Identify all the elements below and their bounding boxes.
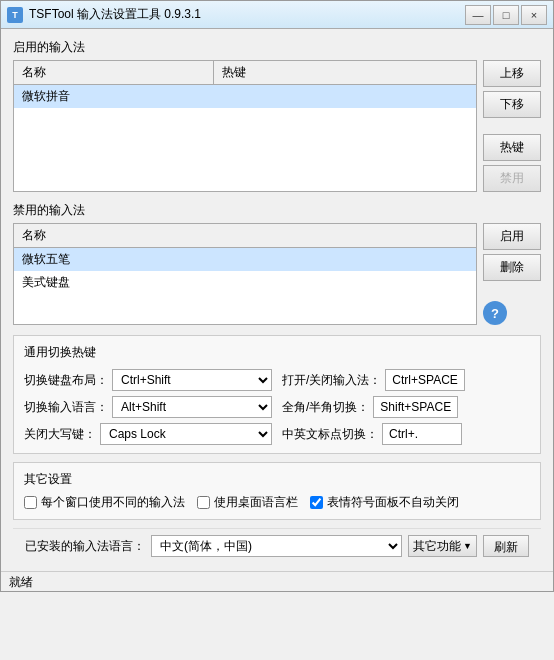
table-row[interactable]: 微软五笔 xyxy=(14,248,476,271)
hotkey-section: 通用切换热键 切换键盘布局： Ctrl+Shift 打开/关闭输入法： Ctrl… xyxy=(13,335,541,454)
move-up-button[interactable]: 上移 xyxy=(483,60,541,87)
per-window-label: 每个窗口使用不同的输入法 xyxy=(41,494,185,511)
cell-name: 微软拼音 xyxy=(22,88,214,105)
installed-label: 已安装的输入法语言： xyxy=(25,538,145,555)
hotkey-row-toggle: 打开/关闭输入法： Ctrl+SPACE xyxy=(282,369,530,391)
hotkey-grid: 切换键盘布局： Ctrl+Shift 打开/关闭输入法： Ctrl+SPACE … xyxy=(24,369,530,445)
table-row[interactable]: 微软拼音 xyxy=(14,85,476,108)
other-settings-title: 其它设置 xyxy=(24,471,530,488)
title-bar: T TSFTool 输入法设置工具 0.9.3.1 — □ × xyxy=(1,1,553,29)
window-controls: — □ × xyxy=(465,5,547,25)
emoji-label: 表情符号面板不自动关闭 xyxy=(327,494,459,511)
delete-button[interactable]: 删除 xyxy=(483,254,541,281)
hotkey-section-title: 通用切换热键 xyxy=(24,344,530,361)
fullwidth-label: 全角/半角切换： xyxy=(282,399,369,416)
col-hotkey-header: 热键 xyxy=(214,61,476,84)
toggle-value: Ctrl+SPACE xyxy=(385,369,465,391)
lang-label: 切换输入语言： xyxy=(24,399,108,416)
checkbox-per-window[interactable]: 每个窗口使用不同的输入法 xyxy=(24,494,185,511)
maximize-button[interactable]: □ xyxy=(493,5,519,25)
disabled-ime-table: 名称 微软五笔 美式键盘 xyxy=(13,223,477,325)
fullwidth-value: Shift+SPACE xyxy=(373,396,458,418)
checkbox-langbar[interactable]: 使用桌面语言栏 xyxy=(197,494,298,511)
table-row[interactable] xyxy=(14,120,476,126)
enabled-ime-table: 名称 热键 微软拼音 xyxy=(13,60,477,192)
checkbox-row: 每个窗口使用不同的输入法 使用桌面语言栏 表情符号面板不自动关闭 xyxy=(24,494,530,511)
other-func-button[interactable]: 其它功能 ▼ xyxy=(408,535,477,557)
enabled-section: 名称 热键 微软拼音 xyxy=(13,60,541,192)
capslock-select[interactable]: Caps Lock xyxy=(100,423,272,445)
dropdown-arrow-icon: ▼ xyxy=(463,541,472,551)
status-bar: 就绪 xyxy=(1,571,553,591)
disabled-section: 名称 微软五笔 美式键盘 启用 删除 ? xyxy=(13,223,541,325)
disabled-table-body: 微软五笔 美式键盘 xyxy=(14,248,476,318)
enable-button[interactable]: 启用 xyxy=(483,223,541,250)
per-window-checkbox[interactable] xyxy=(24,496,37,509)
disabled-row-2: 美式键盘 xyxy=(22,274,214,291)
layout-select[interactable]: Ctrl+Shift xyxy=(112,369,272,391)
status-text: 就绪 xyxy=(9,575,33,589)
other-settings-section: 其它设置 每个窗口使用不同的输入法 使用桌面语言栏 表情符号面板不自动关闭 xyxy=(13,462,541,520)
enabled-section-title: 启用的输入法 xyxy=(13,39,541,56)
hotkey-row-lang: 切换输入语言： Alt+Shift xyxy=(24,396,272,418)
installed-language-select[interactable]: 中文(简体，中国) xyxy=(151,535,402,557)
hotkey-row-capslock: 关闭大写键： Caps Lock xyxy=(24,423,272,445)
minimize-button[interactable]: — xyxy=(465,5,491,25)
table-row[interactable]: 美式键盘 xyxy=(14,271,476,294)
main-content: 启用的输入法 名称 热键 微软拼音 xyxy=(1,29,553,571)
layout-label: 切换键盘布局： xyxy=(24,372,108,389)
move-down-button[interactable]: 下移 xyxy=(483,91,541,118)
langbar-checkbox[interactable] xyxy=(197,496,210,509)
punct-value: Ctrl+. xyxy=(382,423,462,445)
hotkey-row-punct: 中英文标点切换： Ctrl+. xyxy=(282,423,530,445)
window-title: TSFTool 输入法设置工具 0.9.3.1 xyxy=(29,6,465,23)
disabled-row-1: 微软五笔 xyxy=(22,251,214,268)
info-icon[interactable]: ? xyxy=(483,301,507,325)
capslock-label: 关闭大写键： xyxy=(24,426,96,443)
hotkey-button[interactable]: 热键 xyxy=(483,134,541,161)
refresh-button[interactable]: 刷新 xyxy=(483,535,529,557)
langbar-label: 使用桌面语言栏 xyxy=(214,494,298,511)
punct-label: 中英文标点切换： xyxy=(282,426,378,443)
close-button[interactable]: × xyxy=(521,5,547,25)
disabled-section-title: 禁用的输入法 xyxy=(13,202,541,219)
col-name-header: 名称 xyxy=(14,61,214,84)
enabled-table-header: 名称 热键 xyxy=(14,61,476,85)
emoji-checkbox[interactable] xyxy=(310,496,323,509)
disable-button[interactable]: 禁用 xyxy=(483,165,541,192)
toggle-label: 打开/关闭输入法： xyxy=(282,372,381,389)
lang-select[interactable]: Alt+Shift xyxy=(112,396,272,418)
checkbox-emoji[interactable]: 表情符号面板不自动关闭 xyxy=(310,494,459,511)
cell-hotkey xyxy=(214,88,468,105)
app-icon: T xyxy=(7,7,23,23)
bottom-bar: 已安装的输入法语言： 中文(简体，中国) 其它功能 ▼ 刷新 xyxy=(13,528,541,563)
disabled-side-buttons: 启用 删除 ? xyxy=(483,223,541,325)
disabled-col-name-header: 名称 xyxy=(14,224,476,247)
disabled-table-header: 名称 xyxy=(14,224,476,248)
main-window: T TSFTool 输入法设置工具 0.9.3.1 — □ × 启用的输入法 名… xyxy=(0,0,554,592)
hotkey-row-layout: 切换键盘布局： Ctrl+Shift xyxy=(24,369,272,391)
enabled-side-buttons: 上移 下移 热键 禁用 xyxy=(483,60,541,192)
hotkey-row-fullwidth: 全角/半角切换： Shift+SPACE xyxy=(282,396,530,418)
enabled-table-body: 微软拼音 xyxy=(14,85,476,165)
